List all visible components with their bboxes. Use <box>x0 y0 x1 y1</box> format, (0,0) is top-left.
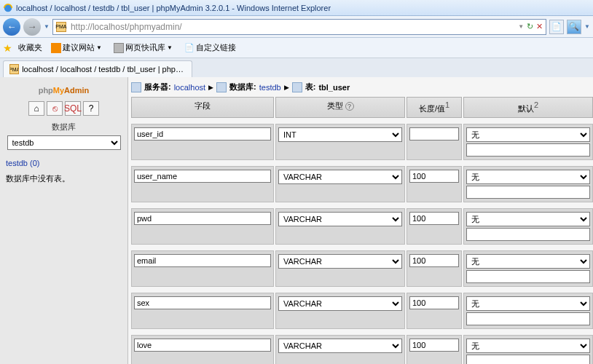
home-icon[interactable]: ⌂ <box>28 101 44 116</box>
field-length-input[interactable] <box>409 339 459 352</box>
field-default-input[interactable] <box>466 143 590 157</box>
field-name-input[interactable] <box>134 296 271 309</box>
field-name-input[interactable] <box>134 339 271 352</box>
col-field: 字段 <box>131 97 274 118</box>
field-length-input[interactable] <box>409 170 459 183</box>
refresh-icon[interactable]: ↻ <box>527 22 533 31</box>
forward-button[interactable]: → <box>23 18 41 36</box>
field-default-input[interactable] <box>466 270 590 283</box>
field-default-input[interactable] <box>466 228 590 241</box>
field-name-input[interactable] <box>134 127 271 141</box>
database-select[interactable]: testdb <box>7 135 121 150</box>
field-default-input[interactable] <box>466 312 590 325</box>
favorites-bar: ★ 收藏夹 建议网站 ▼ 网页快讯库 ▼ 📄 自定义链接 <box>0 38 593 58</box>
logout-icon[interactable]: ⎋ <box>47 101 63 116</box>
address-bar[interactable]: PMA ▼ ↻ ✕ <box>52 19 546 35</box>
field-type-select[interactable]: VARCHAR <box>278 170 402 184</box>
caret-icon: ▶ <box>208 84 213 91</box>
web-slices[interactable]: 网页快讯库 ▼ <box>111 41 176 55</box>
database-link[interactable]: testdb (0) <box>4 159 39 167</box>
custom-links[interactable]: 📄 自定义链接 <box>181 41 239 55</box>
window-titlebar: localhost / localhost / testdb / tbl_use… <box>0 0 593 16</box>
search-button[interactable]: 🔍 <box>567 20 581 34</box>
field-name-input[interactable] <box>134 170 271 183</box>
field-default-select[interactable]: 无 <box>466 339 590 353</box>
table-label: 表: <box>305 82 316 92</box>
field-length-input[interactable] <box>409 212 459 225</box>
browser-tab[interactable]: PMA localhost / localhost / testdb / tbl… <box>3 60 192 77</box>
field-default-input[interactable] <box>466 186 590 199</box>
field-type-select[interactable]: VARCHAR <box>278 296 402 311</box>
compat-button[interactable]: 📄 <box>549 20 564 34</box>
stop-icon[interactable]: ✕ <box>536 22 543 31</box>
help-icon[interactable]: ? <box>345 102 354 111</box>
field-default-input[interactable] <box>466 355 590 364</box>
field-type-select[interactable]: INT <box>278 127 402 142</box>
tab-bar: PMA localhost / localhost / testdb / tbl… <box>0 58 593 77</box>
field-length-input[interactable] <box>409 254 459 267</box>
field-type-select[interactable]: VARCHAR <box>278 254 402 269</box>
table-name: tbl_user <box>318 83 350 92</box>
field-length-input[interactable] <box>409 127 459 141</box>
database-label: 数据库 <box>52 122 76 132</box>
col-default: 默认2 <box>463 97 593 118</box>
phpmyadmin-logo: phpMyAdmin <box>39 83 90 95</box>
field-default-select[interactable]: 无 <box>466 212 590 226</box>
tab-title: localhost / localhost / testdb / tbl_use… <box>22 65 186 74</box>
field-default-select[interactable]: 无 <box>466 254 590 269</box>
back-button[interactable]: ← <box>3 18 20 36</box>
chevron-down-icon[interactable]: ▼ <box>584 23 590 30</box>
main-panel: 服务器: localhost ▶ 数据库: testdb ▶ 表: tbl_us… <box>128 77 593 364</box>
breadcrumb: 服务器: localhost ▶ 数据库: testdb ▶ 表: tbl_us… <box>131 80 593 97</box>
url-input[interactable] <box>69 21 515 33</box>
table-icon <box>292 82 302 92</box>
favorites-label: 收藏夹 <box>18 42 42 53</box>
database-icon <box>216 82 227 92</box>
no-tables-text: 数据库中没有表。 <box>4 173 70 184</box>
field-name-input[interactable] <box>134 212 271 225</box>
ie-icon <box>3 3 13 13</box>
field-default-select[interactable]: 无 <box>466 296 590 311</box>
field-type-select[interactable]: VARCHAR <box>278 339 402 353</box>
suggested-sites[interactable]: 建议网站 ▼ <box>48 41 105 55</box>
sidebar: phpMyAdmin ⌂ ⎋ SQL ? 数据库 testdb testdb (… <box>0 77 128 364</box>
server-label: 服务器: <box>144 82 171 92</box>
db-label: 数据库: <box>229 82 256 92</box>
pma-favicon: PMA <box>9 64 19 74</box>
field-default-select[interactable]: 无 <box>466 127 590 142</box>
server-icon <box>131 82 141 92</box>
chevron-down-icon[interactable]: ▼ <box>518 23 524 30</box>
field-length-input[interactable] <box>409 296 459 309</box>
field-default-select[interactable]: 无 <box>466 170 590 184</box>
col-type: 类型? <box>275 97 405 118</box>
caret-icon: ▶ <box>284 84 289 91</box>
orange-icon <box>51 43 61 53</box>
slice-icon <box>114 43 124 53</box>
page-icon: 📄 <box>184 43 195 52</box>
db-link[interactable]: testdb <box>259 83 281 92</box>
sql-icon[interactable]: SQL <box>65 101 81 116</box>
star-icon[interactable]: ★ <box>3 42 12 54</box>
field-name-input[interactable] <box>134 254 271 267</box>
field-type-select[interactable]: VARCHAR <box>278 212 402 226</box>
server-link[interactable]: localhost <box>174 83 205 92</box>
browser-navbar: ← → ▼ PMA ▼ ↻ ✕ 📄 🔍 ▼ <box>0 16 593 38</box>
pma-favicon: PMA <box>56 22 66 32</box>
docs-icon[interactable]: ? <box>83 101 99 116</box>
fields-grid: 字段 类型? 长度/值1 默认2 INT无 VARCHAR无 VARCHAR无 … <box>131 97 593 364</box>
window-title: localhost / localhost / testdb / tbl_use… <box>16 4 331 12</box>
chevron-down-icon[interactable]: ▼ <box>44 23 50 30</box>
col-length: 长度/值1 <box>407 97 462 118</box>
